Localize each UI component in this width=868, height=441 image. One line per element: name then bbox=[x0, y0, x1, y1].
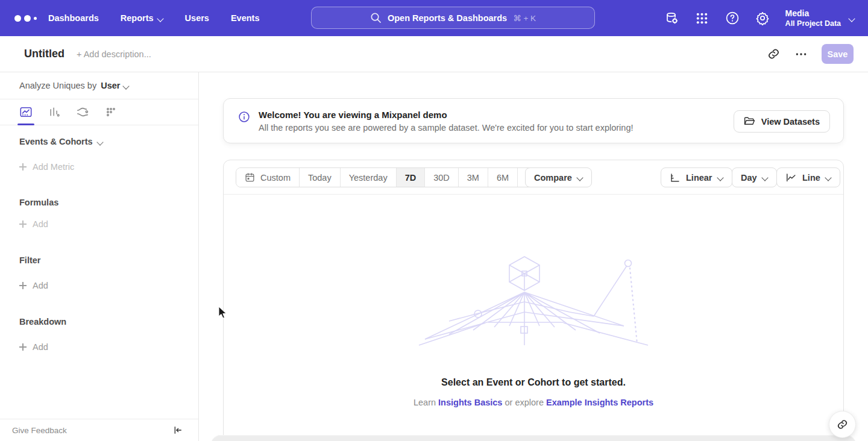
chevron-down-icon bbox=[124, 83, 129, 89]
range-today[interactable]: Today bbox=[300, 168, 341, 187]
range-custom[interactable]: Custom bbox=[236, 168, 300, 187]
nav-item-label: Dashboards bbox=[48, 13, 99, 23]
help-icon[interactable] bbox=[725, 11, 740, 25]
chart-type-dropdown[interactable]: Line bbox=[776, 167, 840, 187]
nav-item-reports[interactable]: Reports bbox=[121, 13, 163, 23]
save-button[interactable]: Save bbox=[822, 44, 854, 64]
range-label: 6M bbox=[497, 173, 509, 183]
example-reports-link[interactable]: Example Insights Reports bbox=[546, 398, 653, 407]
nav-item-label: Users bbox=[185, 13, 209, 23]
range-3m[interactable]: 3M bbox=[459, 168, 488, 187]
insights-basics-link[interactable]: Insights Basics bbox=[438, 398, 502, 407]
interval-label: Day bbox=[741, 173, 757, 183]
logo-dot bbox=[24, 15, 31, 22]
global-search-input[interactable]: Open Reports & Dashboards ⌘ + K bbox=[311, 7, 595, 29]
compare-dropdown[interactable]: Compare bbox=[525, 167, 592, 187]
range-yesterday[interactable]: Yesterday bbox=[341, 168, 397, 187]
apps-grid-icon[interactable] bbox=[695, 11, 709, 25]
add-formula-button[interactable]: Add bbox=[19, 219, 48, 229]
add-metric-button[interactable]: Add Metric bbox=[19, 162, 74, 172]
nav-item-events[interactable]: Events bbox=[231, 13, 260, 23]
collapse-sidebar-icon[interactable] bbox=[173, 425, 183, 435]
range-30d[interactable]: 30D bbox=[425, 168, 459, 187]
top-nav: Dashboards Reports Users Events Open Rep… bbox=[0, 0, 868, 36]
interval-dropdown[interactable]: Day bbox=[732, 167, 777, 187]
add-filter-label: Add bbox=[33, 281, 48, 290]
settings-gear-icon[interactable] bbox=[755, 11, 770, 25]
events-cohorts-section[interactable]: Events & Cohorts bbox=[19, 137, 103, 146]
add-breakdown-button[interactable]: Add bbox=[19, 342, 48, 352]
learn-text: Learn bbox=[414, 398, 436, 407]
tab-insights[interactable] bbox=[19, 102, 33, 122]
linear-axis-icon bbox=[670, 172, 681, 183]
plus-icon bbox=[19, 343, 27, 351]
report-title[interactable]: Untitled bbox=[24, 48, 64, 60]
tab-retention[interactable] bbox=[104, 102, 118, 122]
line-chart-icon bbox=[785, 172, 797, 183]
chevron-down-icon bbox=[577, 175, 583, 180]
copy-link-icon[interactable] bbox=[766, 47, 781, 61]
chevron-down-icon bbox=[826, 175, 831, 180]
share-link-fab[interactable] bbox=[829, 411, 856, 438]
nav-item-users[interactable]: Users bbox=[185, 13, 209, 23]
analyze-value-dropdown[interactable]: User bbox=[101, 81, 129, 90]
range-label: Yesterday bbox=[349, 173, 388, 183]
nav-right: Media All Project Data bbox=[665, 0, 855, 36]
view-datasets-button[interactable]: View Datasets bbox=[734, 110, 830, 133]
scale-dropdown[interactable]: Linear bbox=[661, 167, 732, 187]
formulas-heading: Formulas bbox=[19, 198, 58, 207]
banner-text: Welcome! You are viewing a Mixpanel demo… bbox=[259, 110, 634, 133]
chevron-down-icon bbox=[763, 175, 768, 180]
plus-icon bbox=[19, 163, 27, 170]
add-description-field[interactable]: + Add description... bbox=[77, 49, 151, 59]
breakdown-heading: Breakdown bbox=[19, 317, 66, 327]
more-options-icon[interactable] bbox=[794, 47, 808, 61]
data-management-icon[interactable] bbox=[665, 11, 679, 25]
date-range-segmented-control: Custom Today Yesterday 7D 30D 3M 6M 12M bbox=[236, 167, 552, 187]
mixpanel-app: Dashboards Reports Users Events Open Rep… bbox=[0, 0, 868, 441]
metric-type-tabs bbox=[0, 99, 198, 125]
range-7d[interactable]: 7D bbox=[397, 168, 426, 187]
results-panel-edge[interactable] bbox=[211, 435, 856, 441]
add-filter-button[interactable]: Add bbox=[19, 281, 48, 290]
chart-card: Custom Today Yesterday 7D 30D 3M 6M 12M … bbox=[223, 160, 844, 441]
nav-item-label: Reports bbox=[121, 13, 154, 23]
empty-state-illustration bbox=[413, 255, 654, 348]
info-icon bbox=[238, 111, 250, 123]
give-feedback-link[interactable]: Give Feedback bbox=[12, 426, 67, 435]
search-shortcut: ⌘ + K bbox=[513, 13, 536, 23]
nav-item-dashboards[interactable]: Dashboards bbox=[48, 13, 99, 23]
scale-label: Linear bbox=[686, 173, 712, 183]
link-icon bbox=[837, 419, 848, 430]
compare-label: Compare bbox=[534, 173, 572, 183]
plus-icon bbox=[19, 220, 27, 228]
project-selector[interactable]: Media All Project Data bbox=[785, 8, 855, 28]
chevron-down-icon bbox=[849, 16, 855, 21]
tab-flows[interactable] bbox=[76, 102, 89, 122]
add-formula-label: Add bbox=[33, 219, 48, 229]
range-label: 3M bbox=[467, 173, 479, 183]
project-name: Media bbox=[785, 8, 841, 19]
range-6m[interactable]: 6M bbox=[488, 168, 518, 187]
plus-icon bbox=[19, 282, 27, 289]
calendar-icon bbox=[245, 172, 255, 183]
or-explore-text: or explore bbox=[505, 398, 543, 407]
logo-dot bbox=[34, 17, 37, 20]
query-builder-sidebar: Analyze Uniques by User bbox=[0, 72, 199, 441]
welcome-banner: Welcome! You are viewing a Mixpanel demo… bbox=[223, 98, 844, 143]
search-placeholder: Open Reports & Dashboards bbox=[388, 13, 507, 23]
filter-heading: Filter bbox=[19, 255, 40, 265]
range-label: 30D bbox=[433, 173, 450, 183]
analyze-value: User bbox=[101, 81, 120, 90]
events-cohorts-label: Events & Cohorts bbox=[19, 137, 93, 146]
chevron-down-icon bbox=[98, 139, 103, 145]
view-datasets-label: View Datasets bbox=[761, 117, 820, 127]
tab-funnels[interactable] bbox=[48, 102, 61, 122]
project-subtitle: All Project Data bbox=[785, 19, 841, 28]
mixpanel-logo[interactable] bbox=[14, 15, 42, 22]
range-label: 7D bbox=[405, 173, 417, 183]
empty-state-links: Learn Insights Basics or explore Example… bbox=[224, 398, 843, 407]
add-breakdown-label: Add bbox=[33, 342, 48, 352]
chart-type-label: Line bbox=[802, 173, 820, 183]
search-icon bbox=[370, 12, 382, 23]
